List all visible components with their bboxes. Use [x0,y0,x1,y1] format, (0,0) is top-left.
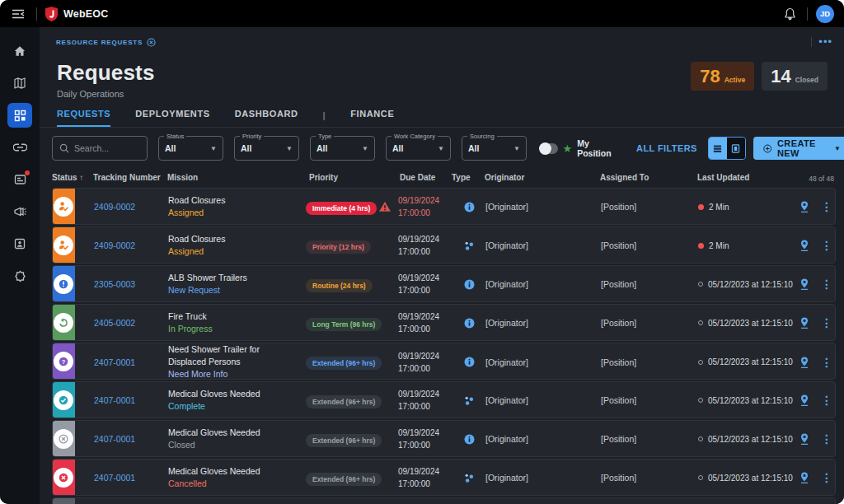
table-row[interactable]: 2409-0002Road ClosuresAssignedImmediate … [52,188,836,225]
tracking-number-link[interactable]: 2407-0001 [76,395,158,405]
table-row[interactable]: 2407-0001Medical Gloves NeededCancelledE… [52,459,836,496]
tab-dashboard[interactable]: DASHBOARD [235,109,298,127]
due-date-cell: 09/19/202417:00:00 [395,233,452,258]
row-kebab-menu[interactable]: ⋮ [817,239,836,252]
create-new-button[interactable]: CREATE NEW ▼ [753,137,844,160]
map-pin-button[interactable] [792,316,817,329]
sidebar-item-home[interactable] [7,39,32,63]
tracking-number-link[interactable]: 2305-0003 [76,279,158,289]
sidebar-item-contacts[interactable] [7,231,32,256]
priority-pill: Extended (96+ hrs) [306,357,382,370]
sidebar-item-forms[interactable] [7,167,32,192]
filter-dropdown-priority[interactable]: PriorityAll▼ [234,136,299,161]
map-pin-button[interactable] [792,356,817,369]
sidebar-item-link[interactable] [7,135,32,160]
map-pin-button[interactable] [792,432,817,446]
tracking-number-link[interactable]: 2405-0002 [76,318,158,328]
mission-status: Closed [168,439,296,451]
due-date-cell: 09/19/202417:00:00 [395,427,452,451]
tracking-number-link[interactable]: 2407-0001 [76,357,158,367]
row-kebab-menu[interactable]: ⋮ [817,316,836,329]
filter-dropdown-sourcing[interactable]: SourcingAll▼ [462,136,527,161]
filter-dropdown-work-category[interactable]: Work CategoryAll▼ [386,136,451,161]
map-pin-button[interactable] [792,278,817,291]
map-pin-button[interactable] [792,471,817,484]
dropdown-value: All [392,143,403,153]
row-kebab-menu[interactable]: ⋮ [817,356,836,369]
column-header-priority: Priority [295,173,374,182]
due-date-cell: 09/19/202417:00:00 [395,350,452,375]
closed-count-badge[interactable]: 14 Closed [762,62,828,91]
tab-deployments[interactable]: DEPLOYMENTS [135,109,209,127]
sidebar-collapse-icon[interactable] [8,6,28,22]
type-info-icon [463,278,476,291]
row-kebab-menu[interactable]: ⋮ [817,278,836,291]
chip-label: RESOURCE REQUESTS [56,39,143,46]
table-row[interactable]: 2407-0001Medical Gloves NeededClosedExte… [52,420,836,457]
tracking-number-link[interactable]: 2409-0002 [76,202,158,212]
sidebar-item-plugin-badge[interactable] [7,264,32,288]
sidebar-item-broadcast[interactable] [7,199,32,224]
resource-requests-chip[interactable]: RESOURCE REQUESTS [56,38,156,47]
map-pin-button[interactable] [792,394,817,407]
sidebar-item-boards[interactable] [7,103,32,128]
column-header-status-[interactable]: Status ↑ [52,173,75,182]
webeoc-logo-icon [45,7,58,21]
map-pin-button[interactable] [792,200,817,213]
updated-status-dot [698,360,703,365]
priority-pill: Routine (24 hrs) [306,279,373,292]
map-pin-button[interactable] [792,239,817,252]
circle-x-icon [58,433,69,445]
my-position-toggle[interactable] [540,143,558,154]
closed-label: Closed [795,76,818,84]
list-view-button[interactable] [709,138,727,159]
assigned-to-cell: [Position] [601,202,698,212]
table-row[interactable]: 2407-0001Medical Gloves NeededExtended (… [52,497,836,504]
chip-close-icon[interactable] [147,38,156,47]
tab-requests[interactable]: REQUESTS [57,109,110,127]
table-row[interactable]: 2405-0002Fire TruckIn ProgressLong Term … [52,304,836,341]
tracking-number-link[interactable]: 2407-0001 [76,473,158,483]
mission-cell: ALB Shower TrailersNew Request [158,272,296,296]
row-kebab-menu[interactable]: ⋮ [817,394,836,407]
card-view-button[interactable] [727,138,745,159]
search-icon [59,143,69,153]
search-input-wrap [52,136,148,161]
row-kebab-menu[interactable]: ⋮ [817,432,836,446]
updated-text: 05/12/2023 at 12:15:10 [708,319,793,328]
last-updated-cell: 2 Min [698,241,792,250]
due-date-cell: 09/19/202417:00:00 [395,272,452,296]
table-row[interactable]: ?2407-0001Need Shower Trailer for Displa… [52,343,836,380]
row-kebab-menu[interactable]: ⋮ [817,471,836,484]
tracking-number-link[interactable]: 2407-0001 [76,434,158,444]
type-info-icon [463,356,476,368]
type-cell [452,201,485,213]
status-cell [52,381,75,418]
updated-text: 2 Min [709,203,729,212]
notifications-bell-icon[interactable] [781,5,799,23]
active-count-badge[interactable]: 78 Active [691,62,754,91]
mission-status: Assigned [168,245,296,258]
type-cluster-icon [462,472,476,484]
person-check-icon [58,239,70,251]
row-kebab-menu[interactable]: ⋮ [817,200,836,213]
requests-table: Status ↑Tracking NumberMissionPriorityDu… [40,168,844,504]
tab-finance[interactable]: FINANCE [350,109,394,127]
last-updated-cell: 05/12/2023 at 12:15:10 [698,396,792,405]
status-cell [52,497,75,504]
filter-dropdown-type[interactable]: TypeAll▼ [310,136,375,161]
all-filters-link[interactable]: ALL FILTERS [636,143,697,153]
sidebar-item-map[interactable] [7,71,32,96]
board-more-options-icon[interactable]: ••• [818,39,832,45]
user-avatar[interactable]: JD [816,5,834,23]
originator-cell: [Originator] [485,318,601,328]
tracking-number-link[interactable]: 2409-0002 [76,240,158,250]
filter-dropdown-status[interactable]: StatusAll▼ [158,136,223,161]
last-updated-cell: 05/12/2023 at 12:15:10 [698,319,792,328]
priority-cell: Long Term (96 hrs) [296,315,375,331]
table-row[interactable]: 2409-0002Road ClosuresAssignedPriority (… [52,226,836,264]
table-row[interactable]: 2305-0003ALB Shower TrailersNew RequestR… [52,265,836,302]
search-input[interactable] [74,143,140,153]
page-subtitle: Daily Operations [57,89,155,99]
table-row[interactable]: 2407-0001Medical Gloves NeededCompleteEx… [52,381,836,418]
